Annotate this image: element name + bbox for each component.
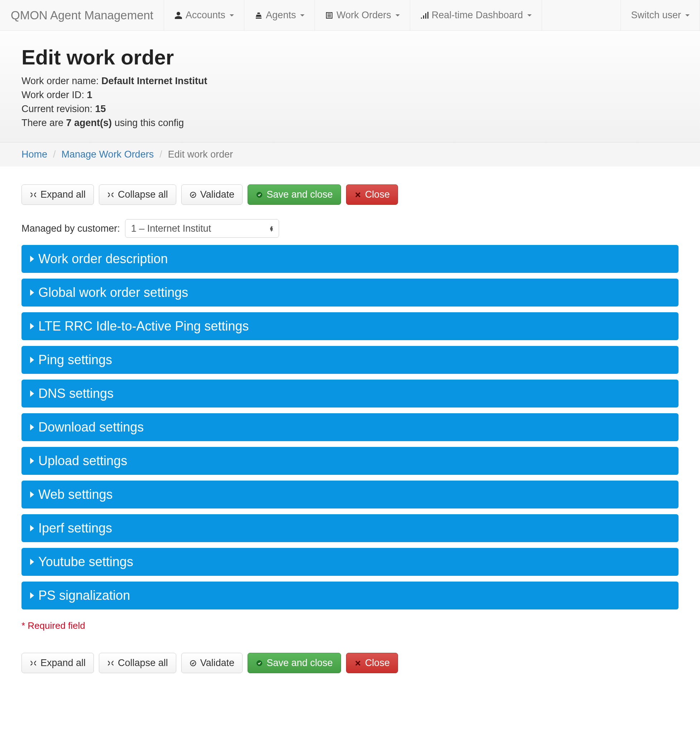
work-order-id-label: Work order ID: xyxy=(22,90,84,100)
managed-by-select-wrap: 1 – Internet Institut ▲▼ xyxy=(125,219,279,238)
button-label: Close xyxy=(365,657,390,668)
close-icon xyxy=(354,660,361,667)
page-header: Edit work order Work order name: Default… xyxy=(0,31,700,143)
breadcrumb-separator: / xyxy=(159,149,162,160)
panel-title: Web settings xyxy=(38,487,112,502)
managed-by-select[interactable]: 1 – Internet Institut xyxy=(125,219,279,238)
accordion-panel[interactable]: Youtube settings xyxy=(22,548,678,576)
accordion-panel[interactable]: PS signalization xyxy=(22,581,678,609)
caret-icon xyxy=(230,14,234,17)
work-order-name-label: Work order name: xyxy=(22,76,99,86)
accordion-panel[interactable]: Download settings xyxy=(22,413,678,441)
breadcrumb-separator: / xyxy=(53,149,56,160)
signal-icon xyxy=(420,11,429,20)
agents-line: There are 7 agent(s) using this config xyxy=(22,118,678,129)
work-order-name-value: Default Internet Institut xyxy=(101,76,207,86)
close-button[interactable]: Close xyxy=(346,653,398,673)
validate-button[interactable]: Validate xyxy=(181,185,243,205)
caret-icon xyxy=(300,14,305,17)
button-label: Save and close xyxy=(266,657,333,668)
button-label: Validate xyxy=(200,189,235,200)
validate-button[interactable]: Validate xyxy=(181,653,243,673)
button-label: Collapse all xyxy=(118,657,168,668)
chevron-right-icon xyxy=(30,323,34,329)
managed-by-label: Managed by customer: xyxy=(22,223,120,234)
work-order-id-line: Work order ID: 1 xyxy=(22,90,678,101)
agents-suffix: using this config xyxy=(115,118,184,128)
expand-icon xyxy=(30,191,37,198)
toolbar-top: Expand all Collapse all Validate Save an… xyxy=(22,185,678,205)
button-label: Validate xyxy=(200,657,235,668)
chevron-right-icon xyxy=(30,256,34,262)
chevron-right-icon xyxy=(30,424,34,430)
work-order-name-line: Work order name: Default Internet Instit… xyxy=(22,76,678,87)
collapse-all-button[interactable]: Collapse all xyxy=(99,653,176,673)
nav-agents[interactable]: Agents xyxy=(244,0,315,30)
collapse-all-button[interactable]: Collapse all xyxy=(99,185,176,205)
chevron-right-icon xyxy=(30,525,34,531)
managed-by-row: Managed by customer: 1 – Internet Instit… xyxy=(22,219,678,238)
close-icon xyxy=(354,191,361,198)
panel-title: LTE RRC Idle-to-Active Ping settings xyxy=(38,319,249,334)
nav-accounts[interactable]: Accounts xyxy=(164,0,244,30)
expand-all-button[interactable]: Expand all xyxy=(22,185,94,205)
breadcrumb-current: Edit work order xyxy=(168,149,233,160)
caret-icon xyxy=(685,14,690,17)
expand-icon xyxy=(30,660,37,667)
accordion-panel[interactable]: Web settings xyxy=(22,480,678,508)
panel-title: PS signalization xyxy=(38,588,130,603)
chevron-right-icon xyxy=(30,592,34,599)
check-circle-icon xyxy=(190,660,197,667)
agent-icon xyxy=(254,11,263,20)
agents-count: 7 agent(s) xyxy=(66,118,112,128)
toolbar-bottom: Expand all Collapse all Validate Save an… xyxy=(22,653,678,673)
close-button[interactable]: Close xyxy=(346,185,398,205)
button-label: Close xyxy=(365,189,390,200)
nav-dashboard[interactable]: Real-time Dashboard xyxy=(410,0,542,30)
check-circle-icon xyxy=(190,191,197,198)
chevron-right-icon xyxy=(30,357,34,363)
breadcrumb-manage[interactable]: Manage Work Orders xyxy=(62,149,154,160)
save-close-button[interactable]: Save and close xyxy=(247,185,341,205)
collapse-icon xyxy=(107,660,114,667)
accordion-panel[interactable]: LTE RRC Idle-to-Active Ping settings xyxy=(22,312,678,340)
chevron-right-icon xyxy=(30,289,34,296)
panel-title: Ping settings xyxy=(38,353,112,367)
page-title: Edit work order xyxy=(22,45,678,69)
accordion-panel[interactable]: Upload settings xyxy=(22,447,678,475)
breadcrumb: Home / Manage Work Orders / Edit work or… xyxy=(0,143,700,166)
save-icon xyxy=(256,191,263,198)
accordion-panel[interactable]: Work order description xyxy=(22,245,678,273)
nav-label: Switch user xyxy=(631,10,681,21)
accordion-panel[interactable]: Global work order settings xyxy=(22,279,678,306)
button-label: Collapse all xyxy=(118,189,168,200)
chevron-right-icon xyxy=(30,390,34,397)
breadcrumb-home[interactable]: Home xyxy=(22,149,47,160)
main-content: Expand all Collapse all Validate Save an… xyxy=(0,166,700,713)
nav-switch-user[interactable]: Switch user xyxy=(621,0,700,30)
button-label: Expand all xyxy=(40,189,86,200)
accordion-panel[interactable]: DNS settings xyxy=(22,379,678,407)
work-order-id-value: 1 xyxy=(87,90,92,100)
accordion: Work order descriptionGlobal work order … xyxy=(22,245,678,609)
save-close-button[interactable]: Save and close xyxy=(247,653,341,673)
nav-label: Agents xyxy=(266,10,296,21)
panel-title: Global work order settings xyxy=(38,285,188,300)
panel-title: Iperf settings xyxy=(38,520,112,536)
accordion-panel[interactable]: Iperf settings xyxy=(22,514,678,542)
revision-label: Current revision: xyxy=(22,104,92,114)
chevron-right-icon xyxy=(30,559,34,565)
panel-title: Upload settings xyxy=(38,453,127,468)
button-label: Save and close xyxy=(266,189,333,200)
accordion-panel[interactable]: Ping settings xyxy=(22,346,678,374)
required-field-note: * Required field xyxy=(22,620,678,631)
revision-line: Current revision: 15 xyxy=(22,104,678,115)
caret-icon xyxy=(527,14,532,17)
nav-work-orders[interactable]: Work Orders xyxy=(314,0,410,30)
chevron-right-icon xyxy=(30,491,34,498)
panel-title: Youtube settings xyxy=(38,554,133,569)
nav-label: Real-time Dashboard xyxy=(432,10,523,21)
button-label: Expand all xyxy=(40,657,86,668)
expand-all-button[interactable]: Expand all xyxy=(22,653,94,673)
collapse-icon xyxy=(107,191,114,198)
